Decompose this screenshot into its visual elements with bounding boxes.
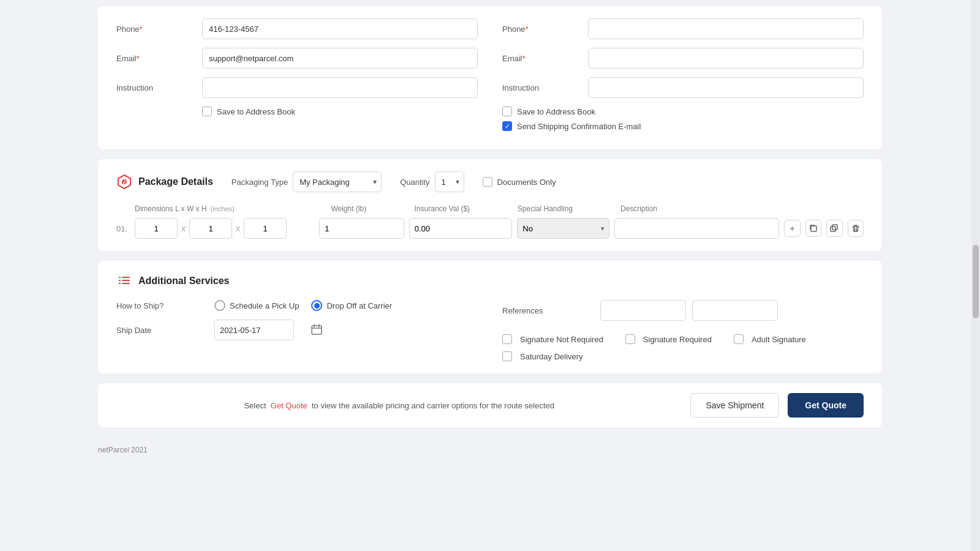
recipient-email-label: Email* <box>502 54 588 63</box>
schedule-pickup-radio[interactable] <box>214 300 225 311</box>
get-quote-link[interactable]: Get Quote <box>271 401 307 410</box>
special-handling-select[interactable]: No Yes - Fragile Yes - Do Not Stack <box>517 218 609 239</box>
sender-phone-input[interactable] <box>202 18 478 39</box>
svg-rect-8 <box>119 283 121 284</box>
sender-instruction-row: Instruction <box>116 77 478 98</box>
sender-save-checkbox-label[interactable]: Save to Address Book <box>202 107 295 116</box>
recipient-confirmation-checkbox-label[interactable]: Send Shipping Confirmation E-mail <box>502 121 641 131</box>
recipient-confirmation-label: Send Shipping Confirmation E-mail <box>517 122 641 131</box>
description-header-label: Description <box>620 204 784 213</box>
saturday-delivery-row: Saturday Delivery <box>502 351 864 361</box>
svg-rect-10 <box>312 326 322 334</box>
sig-required-label[interactable]: Signature Required <box>625 334 712 344</box>
recipient-instruction-input[interactable] <box>588 77 864 98</box>
recipient-phone-label: Phone* <box>502 24 588 34</box>
description-input[interactable] <box>614 218 779 239</box>
packaging-type-option: Packaging Type My Packaging Carrier Pack… <box>232 171 382 192</box>
scrollbar[interactable] <box>971 0 980 551</box>
package-details-card: Package Details Packaging Type My Packag… <box>98 159 882 251</box>
row-number: 01. <box>116 224 135 233</box>
recipient-save-row: Save to Address Book <box>502 107 864 116</box>
scrollbar-thumb[interactable] <box>973 245 979 318</box>
ship-date-input[interactable] <box>214 320 294 340</box>
saturday-delivery-checkbox[interactable] <box>502 351 512 361</box>
sender-save-checkbox[interactable] <box>202 107 212 116</box>
quantity-option: Quantity 1 2 3 <box>400 171 464 192</box>
dim-sep-1: x <box>181 223 186 233</box>
references-row: References <box>502 300 864 321</box>
dim-w-input[interactable] <box>189 218 232 239</box>
dim-l-input[interactable] <box>135 218 178 239</box>
save-shipment-button[interactable]: Save Shipment <box>690 393 779 418</box>
sender-save-label: Save to Address Book <box>217 107 295 116</box>
sender-email-label: Email* <box>116 54 202 63</box>
adult-sig-text: Adult Signature <box>752 335 806 344</box>
duplicate-row-button[interactable] <box>826 220 843 237</box>
svg-rect-9 <box>122 283 130 284</box>
saturday-delivery-label[interactable]: Saturday Delivery <box>502 351 864 361</box>
package-icon <box>116 174 132 190</box>
schedule-pickup-radio-label[interactable]: Schedule a Pick Up <box>214 300 299 311</box>
dropoff-label: Drop Off at Carrier <box>326 301 392 310</box>
additional-section-title: Additional Services <box>138 276 230 287</box>
table-row: 01. x x No Yes <box>116 218 864 239</box>
duplicate-icon <box>830 224 839 233</box>
recipient-save-checkbox-label[interactable]: Save to Address Book <box>502 107 595 116</box>
sender-instruction-input[interactable] <box>202 77 478 98</box>
additional-services-card: Additional Services How to Ship? Schedul… <box>98 261 882 373</box>
documents-only-checkbox[interactable] <box>483 177 492 187</box>
documents-only-checkbox-label[interactable]: Documents Only <box>483 177 556 187</box>
delete-row-button[interactable] <box>848 220 864 237</box>
svg-rect-3 <box>832 225 837 230</box>
add-row-button[interactable]: + <box>784 220 801 237</box>
dim-sep-2: x <box>236 223 240 233</box>
dim-h-input[interactable] <box>244 218 287 239</box>
copy-row-button[interactable] <box>805 220 822 237</box>
recipient-instruction-row: Instruction <box>502 77 864 98</box>
sig-required-text: Signature Required <box>643 335 712 344</box>
get-quote-button[interactable]: Get Quote <box>788 393 864 418</box>
services-grid: How to Ship? Schedule a Pick Up Drop Off… <box>116 300 864 361</box>
recipient-confirmation-checkbox[interactable] <box>502 121 512 131</box>
packaging-type-label: Packaging Type <box>232 178 288 187</box>
packaging-type-select[interactable]: My Packaging Carrier Packaging <box>293 171 382 192</box>
package-svg-icon <box>116 174 132 190</box>
insurance-input[interactable] <box>409 218 513 239</box>
calendar-icon[interactable] <box>311 324 322 337</box>
sig-not-required-checkbox[interactable] <box>502 334 512 344</box>
footer-hint-select: Select <box>244 401 266 410</box>
quantity-label: Quantity <box>400 178 429 187</box>
footer-year: 2021 <box>131 446 148 454</box>
recipient-email-row: Email* <box>502 48 864 69</box>
schedule-pickup-label: Schedule a Pick Up <box>230 301 299 310</box>
services-left: How to Ship? Schedule a Pick Up Drop Off… <box>116 300 478 361</box>
reference1-input[interactable] <box>600 300 686 321</box>
how-to-ship-label: How to Ship? <box>116 301 202 310</box>
recipient-phone-input[interactable] <box>588 18 864 39</box>
adult-sig-checkbox[interactable] <box>734 334 744 344</box>
footer-hint-rest: to view the available pricing and carrie… <box>312 401 554 410</box>
reference2-input[interactable] <box>692 300 778 321</box>
sig-not-required-text: Signature Not Required <box>520 335 603 344</box>
quantity-select[interactable]: 1 2 3 <box>435 171 464 192</box>
dimensions-inputs: x x <box>135 218 319 239</box>
recipient-email-input[interactable] <box>588 48 864 69</box>
dropoff-radio-label[interactable]: Drop Off at Carrier <box>311 300 392 311</box>
quantity-select-wrapper: 1 2 3 <box>435 171 464 192</box>
sender-email-input[interactable] <box>202 48 478 69</box>
weight-header-label: Weight (lb) <box>331 204 414 213</box>
sig-not-required-label[interactable]: Signature Not Required <box>502 334 603 344</box>
special-header-label: Special Handling <box>518 204 620 213</box>
adult-sig-label[interactable]: Adult Signature <box>734 334 806 344</box>
weight-input[interactable] <box>319 218 404 239</box>
recipient-save-checkbox[interactable] <box>502 107 512 116</box>
footer-company: netParcel <box>98 446 129 454</box>
svg-rect-6 <box>119 280 121 281</box>
copy-icon <box>809 224 818 233</box>
sig-required-checkbox[interactable] <box>625 334 635 344</box>
recipient-phone-row: Phone* <box>502 18 864 39</box>
dropoff-radio[interactable] <box>311 300 322 311</box>
insurance-header-label: Insurance Val ($) <box>415 204 518 213</box>
trash-icon <box>851 224 860 233</box>
package-header: Package Details Packaging Type My Packag… <box>116 171 864 192</box>
